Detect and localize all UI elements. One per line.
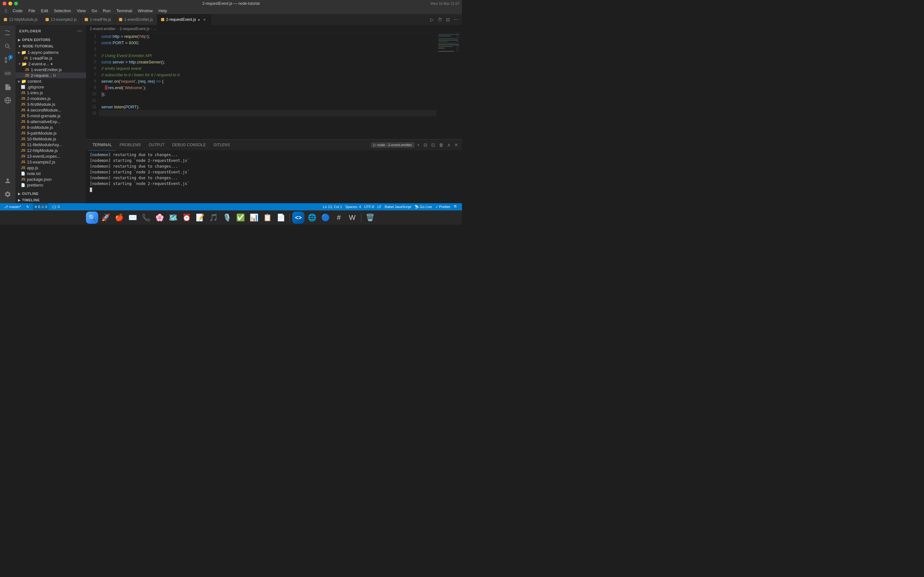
- dock-podcast[interactable]: 🎙️: [221, 211, 233, 224]
- tree-file-gitignore[interactable]: ⬜ .gitignore: [15, 84, 86, 90]
- dock-vscode[interactable]: <>: [292, 211, 304, 224]
- tree-file-13-eventloopex[interactable]: JS 13-eventLoopex...: [15, 153, 86, 159]
- activity-remote[interactable]: [1, 94, 14, 107]
- tree-file-3-firstmodule[interactable]: JS 3-firstModule.js: [15, 101, 86, 107]
- tree-file-6-alternative[interactable]: JS 6-alternativeExp...: [15, 119, 86, 124]
- minimize-button[interactable]: [8, 2, 12, 5]
- dock-chrome[interactable]: 🔵: [319, 211, 331, 224]
- status-language[interactable]: Babel JavaScript: [383, 203, 413, 210]
- terminal-add-button[interactable]: +: [416, 142, 421, 148]
- tab-close-button[interactable]: ✕: [202, 17, 207, 22]
- activity-extensions[interactable]: [1, 81, 14, 93]
- sidebar-more-button[interactable]: ⋯: [77, 28, 82, 34]
- terminal-close-button[interactable]: ✕: [453, 142, 459, 148]
- tree-file-8-osmodule[interactable]: JS 8-osModule.js: [15, 124, 86, 130]
- dock-slack[interactable]: #: [333, 211, 345, 224]
- dock-safari[interactable]: 🌐: [306, 211, 318, 224]
- terminal-instance-label[interactable]: ▷ node - 2-event-emitter: [371, 142, 415, 148]
- dock-facetime[interactable]: 📞: [140, 211, 152, 224]
- status-search[interactable]: 🔍: [452, 203, 459, 210]
- apple-menu[interactable]: : [3, 7, 9, 14]
- tree-file-1-readfile[interactable]: JS 1-readFile.js: [15, 55, 86, 61]
- node-tutorial-section[interactable]: ▼ NODE-TUTORIAL: [15, 43, 86, 49]
- tree-file-packagejson[interactable]: JS package.json: [15, 176, 86, 182]
- tree-file-9-pathmodule[interactable]: JS 9-pathModule.js: [15, 130, 86, 136]
- dock-clock[interactable]: ⏰: [180, 211, 192, 224]
- menu-code[interactable]: Code: [10, 8, 25, 14]
- activity-settings[interactable]: [1, 188, 14, 201]
- split-action-button[interactable]: ⊡: [445, 16, 451, 23]
- activity-explorer[interactable]: [1, 27, 14, 39]
- run-action-button[interactable]: ▷: [429, 16, 435, 23]
- tree-file-5-mind-grenade[interactable]: JS 5-mind-grenade.js: [15, 113, 86, 119]
- status-prettier[interactable]: ✓ Prettier: [434, 203, 452, 210]
- terminal-trash-button[interactable]: 🗑: [438, 142, 445, 148]
- maximize-button[interactable]: [14, 2, 18, 5]
- dock-maps[interactable]: 🗺️: [167, 211, 179, 224]
- dock-pages[interactable]: 📄: [275, 211, 287, 224]
- tab-13-example2[interactable]: 13-example2.js: [42, 14, 81, 25]
- dock-music[interactable]: 🎵: [207, 211, 220, 224]
- tree-file-2-request[interactable]: JS 2-request... U: [15, 73, 86, 78]
- outline-section[interactable]: ▶ OUTLINE: [15, 190, 86, 197]
- status-errors[interactable]: ✕ 0 ⚠ 0: [33, 203, 48, 210]
- activity-run[interactable]: [1, 67, 14, 80]
- tree-file-note[interactable]: 📄 note.txt: [15, 171, 86, 176]
- tree-file-1-eventemitter[interactable]: JS 1-eventEmitter.js: [15, 67, 86, 73]
- tree-file-11-filemodulea[interactable]: JS 11-fileModuleAsy...: [15, 142, 86, 147]
- traffic-lights[interactable]: [3, 2, 18, 5]
- menu-selection[interactable]: Selection: [51, 8, 73, 14]
- breadcrumb-part-1[interactable]: 2-event-emitter: [90, 27, 116, 31]
- tree-folder-2-event[interactable]: ▼ 📂 2-event-e... ●: [15, 61, 86, 67]
- close-button[interactable]: [3, 2, 6, 5]
- tab-2-requestevent[interactable]: 2-requestEvent.js ● ✕: [157, 14, 211, 25]
- tab-1-eventemitter[interactable]: 1-eventEmitter.js: [115, 14, 157, 25]
- tree-file-4-secondmodule[interactable]: JS 4-secondModule...: [15, 107, 86, 113]
- tree-folder-content[interactable]: ▶ 📁 content: [15, 78, 86, 84]
- tree-file-appjs[interactable]: JS app.js: [15, 165, 86, 171]
- dock-launchpad[interactable]: 🚀: [99, 211, 111, 224]
- dock-notes[interactable]: 📝: [194, 211, 206, 224]
- tree-file-13-example2[interactable]: JS 13-example2.js: [15, 159, 86, 165]
- menu-window[interactable]: Window: [136, 8, 155, 14]
- open-editors-section[interactable]: ▶ OPEN EDITORS: [15, 37, 86, 43]
- dock-numbers[interactable]: 📊: [248, 211, 260, 224]
- dock-safari-apple[interactable]: 🍎: [113, 211, 125, 224]
- tree-file-prettierrc[interactable]: 📄 prettierrc: [15, 182, 86, 188]
- status-branch[interactable]: ⎇ master*: [3, 203, 23, 210]
- code-editor[interactable]: 1 2 3 4 5 6 7 8 9 10 11 12 13: [86, 32, 462, 139]
- tree-folder-1-async[interactable]: ▶ 📁 1-async-patterns: [15, 49, 86, 55]
- history-action-button[interactable]: ⏱: [436, 16, 443, 23]
- dock-keynote[interactable]: 📋: [261, 211, 273, 224]
- menu-file[interactable]: File: [26, 8, 38, 14]
- status-position[interactable]: {.}: 0: [51, 203, 61, 210]
- terminal-content[interactable]: [nodemon] restarting due to changes... […: [86, 151, 462, 203]
- status-line-ending[interactable]: LF: [376, 203, 383, 210]
- terminal-split-button[interactable]: ⊟: [422, 142, 429, 148]
- terminal-tab-terminal[interactable]: TERMINAL: [89, 139, 116, 151]
- dock-reminders[interactable]: ✅: [234, 211, 246, 224]
- tree-file-1-intro[interactable]: JS 1-intro.js: [15, 90, 86, 95]
- menu-view[interactable]: View: [74, 8, 88, 14]
- status-spaces[interactable]: Spaces: 4: [344, 203, 362, 210]
- tab-1-readfile[interactable]: 1-readFile.js: [81, 14, 115, 25]
- terminal-chevron-up-button[interactable]: ∧: [446, 142, 452, 148]
- more-action-button[interactable]: ⋯: [452, 16, 459, 23]
- terminal-tab-debug-console[interactable]: DEBUG CONSOLE: [168, 139, 210, 151]
- status-sync[interactable]: ↻: [25, 203, 31, 210]
- tree-file-12-httpmodule[interactable]: JS 12-httpModule.js: [15, 147, 86, 153]
- menu-edit[interactable]: Edit: [39, 8, 51, 14]
- terminal-tab-output[interactable]: OUTPUT: [145, 139, 168, 151]
- activity-source-control[interactable]: 1: [1, 53, 14, 66]
- minimap[interactable]: [436, 32, 462, 139]
- menu-terminal[interactable]: Terminal: [114, 8, 135, 14]
- timeline-section[interactable]: ▶ TIMELINE: [15, 197, 86, 203]
- dock-photos[interactable]: 🌸: [153, 211, 166, 224]
- dock-mail[interactable]: ✉️: [126, 211, 139, 224]
- terminal-tab-gitlens[interactable]: GITLENS: [210, 139, 234, 151]
- menu-run[interactable]: Run: [100, 8, 113, 14]
- activity-account[interactable]: [1, 174, 14, 187]
- dock-finder[interactable]: 🔍: [86, 211, 98, 224]
- code-content[interactable]: const http = require('http'); const PORT…: [99, 32, 436, 139]
- tab-12-httpmodule[interactable]: 12-httpModule.js: [0, 14, 42, 25]
